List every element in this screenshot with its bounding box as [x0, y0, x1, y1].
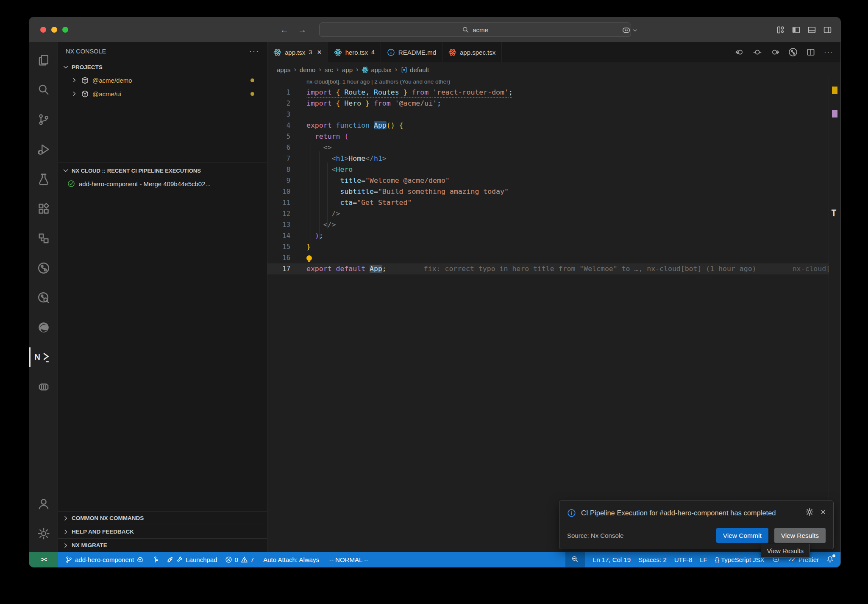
- project-cube-icon: [81, 90, 89, 98]
- activity-item-explorer[interactable]: [29, 45, 58, 75]
- project-item-@acme/demo[interactable]: @acme/demo: [58, 73, 267, 87]
- nav-forward-icon[interactable]: →: [298, 25, 306, 35]
- nx-cloud-section-header[interactable]: NX CLOUD :: RECENT CI PIPELINE EXECUTION…: [58, 164, 267, 177]
- activity-item-nx-console[interactable]: N: [29, 342, 58, 372]
- activity-item-docker[interactable]: [29, 372, 58, 402]
- eol-status-item[interactable]: LF: [696, 552, 711, 567]
- activity-item-run-debug[interactable]: [29, 134, 58, 164]
- code-line-6[interactable]: 6 <>: [267, 142, 829, 153]
- toggle-sidebar-icon[interactable]: [792, 25, 801, 34]
- ci-pipeline-item[interactable]: add-hero-component - Merge 409b44e5cb02.…: [58, 177, 267, 190]
- activity-item-settings[interactable]: [29, 519, 58, 548]
- traffic-lights[interactable]: [40, 27, 68, 33]
- rocket-icon: [167, 556, 174, 563]
- breadcrumb-item-apps[interactable]: apps: [277, 66, 291, 73]
- launchpad-status-item[interactable]: Launchpad: [163, 552, 221, 567]
- previous-change-icon[interactable]: [735, 48, 744, 57]
- code-line-1[interactable]: 1import { Route, Routes } from 'react-ro…: [267, 87, 829, 98]
- react-icon: [362, 66, 369, 73]
- auto-attach-status-item[interactable]: Auto Attach: Always: [259, 552, 323, 567]
- sidebar-section-common-nx-commands[interactable]: COMMON NX COMMANDS: [58, 511, 267, 525]
- zoom-window-button[interactable]: [62, 27, 68, 33]
- code-line-2[interactable]: 2import { Hero } from '@acme/ui';: [267, 98, 829, 109]
- remote-indicator[interactable]: ><: [29, 552, 58, 567]
- activity-item-testing[interactable]: [29, 164, 58, 194]
- code-line-15[interactable]: 15}: [267, 241, 829, 252]
- notification-settings-icon[interactable]: [805, 508, 814, 516]
- activity-item-gitlens[interactable]: [29, 253, 58, 283]
- tab-app.tsx[interactable]: app.tsx 3 ×: [267, 42, 328, 62]
- activity-item-source-control[interactable]: [29, 105, 58, 134]
- minimize-window-button[interactable]: [51, 27, 57, 33]
- code-line-17[interactable]: 17export default App;fix: correct typo i…: [267, 263, 829, 274]
- code-line-3[interactable]: 3: [267, 109, 829, 120]
- tab-app.spec.tsx[interactable]: app.spec.tsx: [442, 42, 502, 62]
- nav-back-icon[interactable]: ←: [280, 25, 289, 35]
- breadcrumb-item-demo[interactable]: demo: [300, 66, 316, 73]
- toggle-secondary-sidebar-icon[interactable]: [823, 25, 832, 34]
- code-line-11[interactable]: 11 cta="Get Started": [267, 197, 829, 208]
- code-line-9[interactable]: 9 title="Welcome @acme/demo": [267, 175, 829, 186]
- toggle-panel-icon[interactable]: [807, 25, 816, 34]
- info-icon: [567, 509, 576, 517]
- view-results-button[interactable]: View Results: [774, 528, 826, 543]
- zoom-out-status-item[interactable]: [565, 552, 585, 567]
- revert-change-icon[interactable]: [753, 48, 762, 57]
- breadcrumb[interactable]: apps›demo›src›app›app.tsx›default: [267, 62, 840, 77]
- line-col-status-item[interactable]: Ln 17, Col 19: [589, 552, 634, 567]
- lightbulb-icon[interactable]: [306, 255, 312, 261]
- error-icon: [225, 556, 232, 563]
- project-item-@acme/ui[interactable]: @acme/ui: [58, 87, 267, 101]
- code-line-5[interactable]: 5 return (: [267, 131, 829, 142]
- language-status-item[interactable]: { } TypeScript JSX: [711, 552, 768, 567]
- code-line-4[interactable]: 4export function App() {: [267, 120, 829, 131]
- breadcrumb-item-src[interactable]: src: [325, 66, 333, 73]
- tab-README.md[interactable]: README.md: [381, 42, 442, 62]
- gitlens-graph-icon[interactable]: [788, 48, 798, 57]
- view-commit-button[interactable]: View Commit: [716, 528, 768, 543]
- projects-section-header[interactable]: PROJECTS: [58, 61, 267, 73]
- sidebar-section-nx-migrate[interactable]: NX MIGRATE: [58, 538, 267, 552]
- editor[interactable]: nx-cloud[bot], 1 hour ago | 2 authors (Y…: [267, 77, 840, 552]
- activity-item-accounts[interactable]: [29, 489, 58, 519]
- codelens-blame-header[interactable]: nx-cloud[bot], 1 hour ago | 2 authors (Y…: [306, 78, 829, 87]
- activity-item-search[interactable]: [29, 75, 58, 105]
- breadcrumb-item-app[interactable]: app: [342, 66, 353, 73]
- ruler-mark: [832, 110, 837, 117]
- vim-mode-status-item[interactable]: -- NORMAL --: [326, 552, 372, 567]
- code-line-13[interactable]: 13 </>: [267, 219, 829, 230]
- indentation-status-item[interactable]: Spaces: 2: [634, 552, 670, 567]
- activity-item-extensions[interactable]: [29, 194, 58, 224]
- more-actions-icon[interactable]: ···: [824, 48, 834, 56]
- activity-item-edge-tools[interactable]: [29, 313, 58, 342]
- customize-layout-icon[interactable]: [776, 25, 785, 34]
- breadcrumb-separator: ›: [395, 66, 397, 73]
- tab-hero.tsx[interactable]: hero.tsx 4: [328, 42, 381, 62]
- code-line-12[interactable]: 12 />: [267, 208, 829, 219]
- code-line-8[interactable]: 8 <Hero: [267, 164, 829, 175]
- indent-guide: [311, 140, 311, 251]
- breadcrumb-item-default[interactable]: default: [401, 66, 429, 73]
- command-center-search[interactable]: acme: [319, 22, 631, 37]
- notifications-status-item[interactable]: [823, 552, 838, 567]
- code-line-10[interactable]: 10 subtitle="Build something amazing tod…: [267, 186, 829, 197]
- next-change-icon[interactable]: [771, 48, 780, 57]
- copilot-menu[interactable]: [622, 25, 638, 34]
- code-line-14[interactable]: 14 );: [267, 230, 829, 241]
- close-window-button[interactable]: [40, 27, 46, 33]
- activity-item-gitlens-inspect[interactable]: [29, 283, 58, 313]
- branch-status-item[interactable]: add-hero-component: [61, 552, 148, 567]
- code-line-7[interactable]: 7 <h1>Home</h1>: [267, 153, 829, 164]
- activity-item-project-graph[interactable]: [29, 224, 58, 253]
- code-line-16[interactable]: 16: [267, 252, 829, 263]
- sidebar-section-help-and-feedback[interactable]: HELP AND FEEDBACK: [58, 525, 267, 538]
- close-tab-icon[interactable]: ×: [317, 48, 322, 57]
- line-number: 6: [267, 142, 297, 153]
- pipeline-status-item[interactable]: [148, 552, 163, 567]
- encoding-status-item[interactable]: UTF-8: [670, 552, 696, 567]
- split-editor-icon[interactable]: [806, 48, 815, 57]
- notification-close-icon[interactable]: ×: [821, 508, 826, 519]
- sidebar-more-actions-icon[interactable]: ···: [249, 47, 259, 56]
- problems-status-item[interactable]: 0 7: [221, 552, 258, 567]
- breadcrumb-item-app.tsx[interactable]: app.tsx: [362, 66, 391, 73]
